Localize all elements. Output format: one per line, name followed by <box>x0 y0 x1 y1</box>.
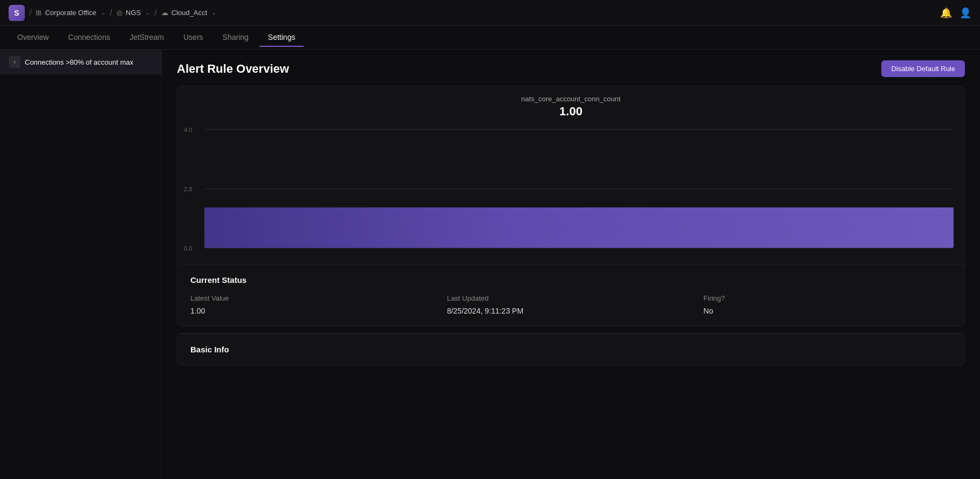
ngs-icon: ◎ <box>116 9 122 17</box>
tab-sharing[interactable]: Sharing <box>214 29 257 47</box>
disable-default-rule-button[interactable]: Disable Default Rule <box>881 60 965 77</box>
breadcrumb-cloud-acct[interactable]: ☁ Cloud_Acct ⌄ <box>161 9 216 17</box>
breadcrumb-corporate-office[interactable]: ⊞ Corporate Office ⌄ <box>36 9 105 17</box>
cloud-acct-chevron: ⌄ <box>211 9 216 16</box>
breadcrumb-sep-1: / <box>110 8 112 18</box>
firing-header: Firing? <box>703 294 951 302</box>
tabs-bar: Overview Connections JetStream Users Sha… <box>0 26 980 50</box>
chart-bar <box>204 207 954 248</box>
status-latest-value-col: Latest Value 1.00 <box>190 294 438 315</box>
content-header: Alert Rule Overview Disable Default Rule <box>162 50 980 86</box>
breadcrumb-ngs[interactable]: ◎ NGS ⌄ <box>116 9 150 17</box>
tab-connections[interactable]: Connections <box>59 29 119 47</box>
tab-jetstream[interactable]: JetStream <box>121 29 173 47</box>
grid-label-2: 2.0 <box>184 186 192 192</box>
tab-overview[interactable]: Overview <box>9 29 57 47</box>
notification-icon[interactable]: 🔔 <box>940 7 952 19</box>
breadcrumb-sep-2: / <box>154 8 156 18</box>
main-content: Alert Rule Overview Disable Default Rule… <box>162 50 980 479</box>
left-sidebar: ‹ Connections >80% of account max <box>0 50 162 479</box>
last-updated-value: 8/25/2024, 9:11:23 PM <box>447 307 695 315</box>
breadcrumb-area: S / ⊞ Corporate Office ⌄ / ◎ NGS ⌄ / ☁ C… <box>9 5 940 21</box>
grid-line-0: 0.0 <box>204 248 954 248</box>
profile-icon[interactable]: 👤 <box>960 7 971 19</box>
status-last-updated-col: Last Updated 8/25/2024, 9:11:23 PM <box>447 294 695 315</box>
page-title: Alert Rule Overview <box>177 62 289 76</box>
latest-value-value: 1.00 <box>190 307 438 315</box>
basic-info-card: Basic Info <box>177 333 965 365</box>
cloud-acct-label: Cloud_Acct <box>172 9 207 17</box>
ngs-label: NGS <box>126 9 141 17</box>
basic-info-section: Basic Info <box>177 334 964 365</box>
top-bar-right: 🔔 👤 <box>940 7 971 19</box>
grid-line-2: 2.0 <box>204 189 954 189</box>
latest-value-header: Latest Value <box>190 294 438 302</box>
basic-info-title: Basic Info <box>190 345 951 354</box>
grid-line-4: 4.0 <box>204 129 954 130</box>
firing-value: No <box>703 307 951 315</box>
corporate-office-icon: ⊞ <box>36 9 42 17</box>
chart-bar-area <box>204 207 954 248</box>
status-firing-col: Firing? No <box>703 294 951 315</box>
chart-metric-name: nats_core_account_conn_count <box>177 95 964 103</box>
app-logo[interactable]: S <box>9 5 25 21</box>
grid-label-0: 0.0 <box>184 245 192 252</box>
corporate-office-label: Corporate Office <box>45 9 96 17</box>
status-grid: Latest Value 1.00 Last Updated 8/25/2024… <box>190 294 951 315</box>
ngs-chevron: ⌄ <box>145 9 150 16</box>
tab-users[interactable]: Users <box>175 29 212 47</box>
chart-metric-value: 1.00 <box>177 105 964 119</box>
last-updated-header: Last Updated <box>447 294 695 302</box>
current-status-section: Current Status Latest Value 1.00 Last Up… <box>177 264 964 326</box>
chart-card: nats_core_account_conn_count 1.00 4.0 2.… <box>177 86 965 327</box>
sidebar-collapse-button[interactable]: ‹ <box>9 56 20 68</box>
tab-settings[interactable]: Settings <box>259 29 304 47</box>
cloud-acct-icon: ☁ <box>161 9 168 17</box>
top-bar: S / ⊞ Corporate Office ⌄ / ◎ NGS ⌄ / ☁ C… <box>0 0 980 26</box>
sidebar-item-connections-rule[interactable]: ‹ Connections >80% of account max <box>0 50 161 74</box>
grid-label-4: 4.0 <box>184 127 192 133</box>
corporate-office-chevron: ⌄ <box>101 9 106 16</box>
breadcrumb-sep-0: / <box>29 8 31 18</box>
sidebar-item-connections-label: Connections >80% of account max <box>25 58 133 66</box>
current-status-title: Current Status <box>190 275 951 284</box>
chart-area: nats_core_account_conn_count 1.00 4.0 2.… <box>177 86 964 264</box>
main-layout: ‹ Connections >80% of account max Alert … <box>0 50 980 479</box>
